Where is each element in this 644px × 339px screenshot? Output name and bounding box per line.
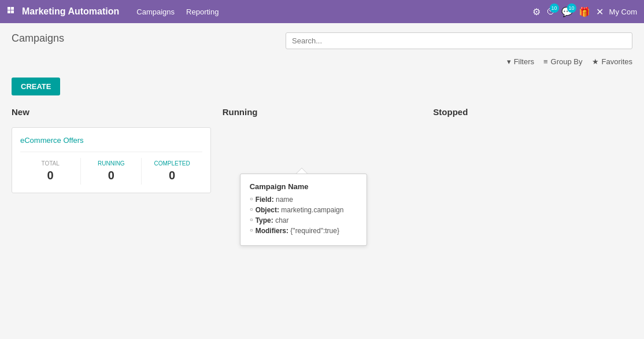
object-key: Object: [256,206,279,214]
nav-reporting[interactable]: Reporting [186,8,219,16]
field-value: name [276,196,293,204]
filter-bar: ▾ Filters ≡ Group By ★ Favorites [12,57,632,66]
total-value: 0 [47,169,54,182]
stat-running: RUNNING 0 [81,158,142,185]
clock-badge: 10 [550,3,559,13]
chat-icon[interactable]: 💬 10 [561,6,573,17]
tooltip-arrow-inner [297,168,307,174]
column-running-header: Running [223,107,422,121]
groupby-icon: ≡ [543,57,548,66]
type-value: char [275,216,288,224]
tooltip-title: Campaign Name [250,182,357,191]
favorites-label: Favorites [602,57,632,66]
column-new-header: New [12,107,211,121]
kanban-board: New eCommerce Offers TOTAL 0 RUNNING 0 C… [12,107,632,246]
topbar-actions: ⚙ ⏲ 10 💬 10 🎁 ✕ My Com [532,6,637,17]
type-key: Type: [256,216,273,224]
tooltip-modifiers: Modifiers: {"required":true} [250,227,357,235]
nav-campaigns[interactable]: Campaigns [136,8,175,16]
running-empty: Campaign Name Field: name Object: market… [223,168,422,246]
column-stopped: Stopped [433,107,632,185]
column-running: Running Campaign Name Field: name [223,107,422,246]
stopped-empty [433,127,632,185]
completed-value: 0 [169,169,175,182]
tooltip-arrow [296,168,308,174]
tooltip-container: Campaign Name Field: name Object: market… [240,168,422,246]
column-stopped-header: Stopped [433,107,632,121]
chat-badge: 10 [567,3,576,13]
topbar: Marketing Automation Campaigns Reporting… [0,0,644,23]
groupby-button[interactable]: ≡ Group By [543,57,583,66]
modifiers-key: Modifiers: [256,227,288,235]
page-content: Campaigns ▾ Filters ≡ Group By ★ Favorit… [0,23,644,255]
groupby-label: Group By [551,57,583,66]
svg-rect-2 [8,10,10,13]
page-header: Campaigns [12,32,632,49]
tooltip-box: Campaign Name Field: name Object: market… [240,174,367,246]
search-input[interactable] [286,32,632,49]
page-title: Campaigns [12,32,64,45]
star-icon: ★ [592,57,599,66]
filter-icon: ▾ [507,57,511,66]
grid-icon[interactable] [7,6,16,17]
filters-button[interactable]: ▾ Filters [507,57,534,66]
close-icon[interactable]: ✕ [596,6,604,17]
search-bar [286,32,632,49]
modifiers-value: {"required":true} [290,227,339,235]
stat-completed: COMPLETED 0 [142,158,202,185]
column-new: New eCommerce Offers TOTAL 0 RUNNING 0 C… [12,107,211,193]
total-label: TOTAL [20,160,80,167]
gift-icon[interactable]: 🎁 [579,6,590,17]
username[interactable]: My Com [609,8,637,16]
card-stats: TOTAL 0 RUNNING 0 COMPLETED 0 [20,152,202,185]
filters-label: Filters [514,57,534,66]
field-key: Field: [256,196,274,204]
create-button[interactable]: CREATE [12,78,60,95]
stat-total: TOTAL 0 [20,158,81,185]
tooltip-type: Type: char [250,216,357,224]
bug-icon[interactable]: ⚙ [532,6,541,17]
tooltip-list: Field: name Object: marketing.campaign T… [250,196,357,235]
app-title: Marketing Automation [22,6,119,17]
kanban-card-ecommerce[interactable]: eCommerce Offers TOTAL 0 RUNNING 0 COMPL… [12,127,211,193]
running-value: 0 [108,169,114,182]
object-value: marketing.campaign [281,206,343,214]
tooltip-object: Object: marketing.campaign [250,206,357,214]
clock-icon[interactable]: ⏲ 10 [546,6,556,17]
completed-label: COMPLETED [142,160,202,167]
card-title: eCommerce Offers [20,136,202,145]
svg-rect-1 [11,7,14,10]
running-label: RUNNING [81,160,141,167]
top-nav: Campaigns Reporting [136,8,532,16]
svg-rect-0 [8,7,10,10]
favorites-button[interactable]: ★ Favorites [592,57,632,66]
tooltip-field: Field: name [250,196,357,204]
svg-rect-3 [11,10,14,13]
